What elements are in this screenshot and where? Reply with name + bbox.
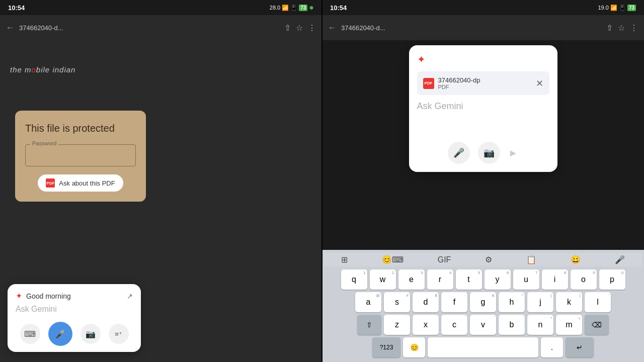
gemini-panel-right: ✦ PDF 374662040-dp PDF ✕ Ask Gemini 🎤 📷 bbox=[409, 45, 557, 172]
keyboard-button-left[interactable]: ⌨ bbox=[20, 324, 40, 344]
pdf-filetype: PDF bbox=[438, 84, 480, 90]
space-key[interactable] bbox=[428, 337, 538, 357]
left-share-icon[interactable]: ⇧ bbox=[284, 23, 291, 33]
mic-button-left[interactable]: 🎤 bbox=[48, 322, 72, 346]
key-c[interactable]: ̌c bbox=[441, 315, 467, 335]
key-q[interactable]: 1q bbox=[341, 269, 367, 290]
right-star-icon[interactable]: ☆ bbox=[618, 23, 625, 33]
keyboard-row-2: @a #s $d -f &g *h (j )k 'l bbox=[324, 292, 642, 312]
camera-button-right[interactable]: 📷 bbox=[478, 142, 500, 164]
right-menu-icon[interactable]: ⋮ bbox=[630, 23, 638, 33]
left-wifi-icon: 📶 bbox=[282, 5, 289, 11]
pdf-protected-dialog: This file is protected Password PDF Ask … bbox=[15, 111, 146, 202]
screen-divider bbox=[321, 0, 323, 362]
toolbar-emoji-keyboard-icon[interactable]: 😊⌨ bbox=[378, 253, 408, 266]
send-button[interactable]: ► bbox=[508, 147, 518, 159]
key-x[interactable]: ̂x bbox=[413, 315, 439, 335]
gemini-actions-right: 🎤 📷 ► bbox=[417, 142, 549, 164]
left-menu-icon[interactable]: ⋮ bbox=[308, 23, 316, 33]
key-p[interactable]: 0p bbox=[599, 269, 625, 290]
key-v[interactable]: `v bbox=[470, 315, 496, 335]
pdf-attachment-details: 374662040-dp PDF bbox=[438, 76, 480, 90]
key-r[interactable]: 4r bbox=[427, 269, 453, 290]
camera-button-left[interactable]: 📷 bbox=[80, 324, 101, 344]
toolbar-clipboard-icon[interactable]: 📋 bbox=[522, 253, 540, 266]
toolbar-gif-button[interactable]: GIF bbox=[434, 253, 455, 266]
gemini-star-left: ✦ bbox=[16, 291, 22, 301]
left-browser-url: 374662040-d... bbox=[19, 24, 279, 32]
logo-text: the mobile indian bbox=[10, 65, 75, 74]
gemini-ask-right[interactable]: Ask Gemini bbox=[417, 101, 549, 112]
key-t[interactable]: 5t bbox=[456, 269, 482, 290]
gemini-header-left: ✦ Good morning ↗ bbox=[16, 291, 133, 301]
key-g[interactable]: &g bbox=[470, 292, 496, 312]
gemini-ask-left[interactable]: Ask Gemini bbox=[16, 305, 133, 314]
period-key[interactable]: . bbox=[541, 337, 563, 357]
left-phone-screen: 10:54 28.0 📶 📱 73 ● ← 374662040-d... ⇧ ☆… bbox=[0, 0, 322, 362]
password-field-container: Password bbox=[25, 144, 136, 166]
right-network-icon: 19.0 bbox=[598, 5, 608, 11]
left-battery: 73 bbox=[299, 5, 307, 11]
logo-o: o bbox=[32, 65, 36, 74]
tune-button-left[interactable]: ≡⁺ bbox=[109, 324, 129, 344]
right-time: 10:54 bbox=[330, 4, 347, 12]
right-browser-bar[interactable]: ← 374662040-d... ⇧ ☆ ⋮ bbox=[322, 15, 644, 40]
enter-key[interactable]: ↵ bbox=[566, 337, 594, 357]
password-label: Password bbox=[30, 140, 58, 146]
keyboard-row-3: ⇧ ̀z ̂x ̌c `v ·b •n ¿m ⌫ bbox=[324, 315, 642, 335]
key-m[interactable]: ¿m bbox=[556, 315, 582, 335]
pdf-close-button[interactable]: ✕ bbox=[536, 78, 543, 89]
pdf-attachment: PDF 374662040-dp PDF ✕ bbox=[417, 71, 549, 95]
toolbar-grid-icon[interactable]: ⊞ bbox=[337, 253, 352, 266]
gemini-header-right: ✦ bbox=[417, 53, 549, 65]
gemini-star-right: ✦ bbox=[417, 53, 426, 65]
key-e[interactable]: 3e bbox=[398, 269, 425, 290]
ask-pdf-label: Ask about this PDF bbox=[59, 179, 115, 187]
gemini-greeting: ✦ Good morning bbox=[16, 291, 71, 301]
key-k[interactable]: )k bbox=[556, 292, 582, 312]
numbers-key[interactable]: ?123 bbox=[372, 337, 400, 357]
key-i[interactable]: 8i bbox=[542, 269, 568, 290]
right-back-button[interactable]: ← bbox=[328, 23, 336, 32]
left-back-button[interactable]: ← bbox=[6, 23, 14, 32]
key-h[interactable]: *h bbox=[499, 292, 525, 312]
left-browser-bar[interactable]: ← 374662040-d... ⇧ ☆ ⋮ bbox=[0, 15, 322, 40]
key-j[interactable]: (j bbox=[527, 292, 553, 312]
greeting-text: Good morning bbox=[26, 292, 71, 300]
expand-icon[interactable]: ↗ bbox=[127, 292, 133, 300]
toolbar-smiley-icon[interactable]: 😀 bbox=[567, 253, 585, 266]
right-share-icon[interactable]: ⇧ bbox=[606, 23, 613, 33]
key-n[interactable]: •n bbox=[527, 315, 553, 335]
key-z[interactable]: ̀z bbox=[384, 315, 410, 335]
toolbar-mic-icon[interactable]: 🎤 bbox=[611, 253, 629, 266]
key-w[interactable]: 2w bbox=[370, 269, 396, 290]
backspace-key[interactable]: ⌫ bbox=[585, 315, 609, 335]
left-status-bar: 10:54 28.0 📶 📱 73 ● bbox=[0, 0, 322, 15]
left-dot: ● bbox=[309, 3, 314, 12]
pdf-attachment-info: PDF 374662040-dp PDF bbox=[423, 76, 480, 90]
right-signal-icon: 📱 bbox=[619, 5, 626, 11]
right-main-content: ✦ PDF 374662040-dp PDF ✕ Ask Gemini 🎤 📷 bbox=[322, 40, 644, 362]
keyboard-row-4: ?123 😊 . ↵ bbox=[324, 337, 642, 357]
key-s[interactable]: #s bbox=[384, 292, 410, 312]
key-d[interactable]: $d bbox=[413, 292, 439, 312]
key-f[interactable]: -f bbox=[441, 292, 467, 312]
key-u[interactable]: 7u bbox=[513, 269, 539, 290]
right-status-bar: 10:54 19.0 📶 📱 73 bbox=[322, 0, 644, 15]
key-l[interactable]: 'l bbox=[585, 292, 611, 312]
password-input[interactable] bbox=[25, 144, 136, 166]
left-star-icon[interactable]: ☆ bbox=[296, 23, 303, 33]
left-network-icon: 28.0 bbox=[270, 5, 280, 11]
toolbar-settings-icon[interactable]: ⚙ bbox=[481, 253, 496, 266]
ask-pdf-button[interactable]: PDF Ask about this PDF bbox=[38, 174, 123, 192]
key-b[interactable]: ·b bbox=[499, 315, 525, 335]
emoji-key[interactable]: 😊 bbox=[403, 337, 425, 357]
right-wifi-icon: 📶 bbox=[610, 5, 617, 11]
key-a[interactable]: @a bbox=[355, 292, 381, 312]
mic-button-right[interactable]: 🎤 bbox=[448, 142, 470, 164]
key-o[interactable]: 9o bbox=[571, 269, 597, 290]
key-y[interactable]: 6y bbox=[485, 269, 511, 290]
shift-key[interactable]: ⇧ bbox=[357, 315, 381, 335]
left-time: 10:54 bbox=[8, 4, 25, 12]
gemini-widget-left: ✦ Good morning ↗ Ask Gemini ⌨ 🎤 📷 ≡⁺ bbox=[8, 284, 141, 352]
